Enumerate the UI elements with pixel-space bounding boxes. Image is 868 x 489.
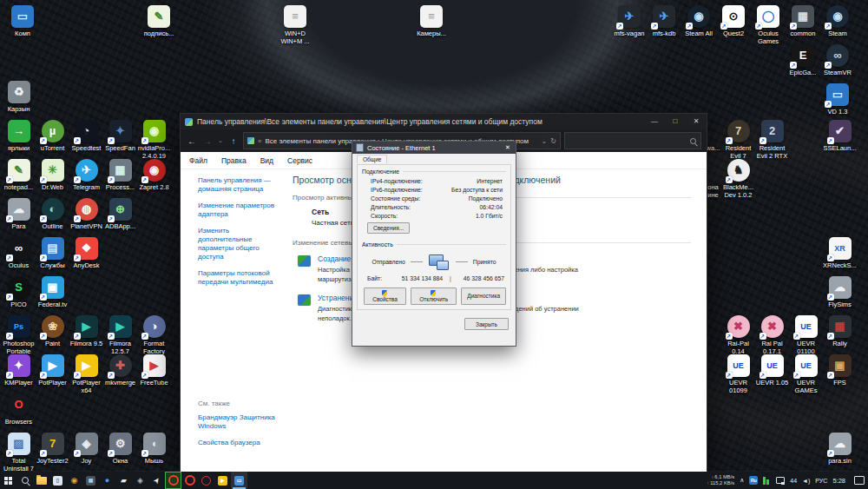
- opera-browser-active[interactable]: [165, 472, 181, 489]
- desktop-icon-службы[interactable]: ▤↗Службы: [36, 237, 69, 269]
- desktop-icon-oculus-games[interactable]: ◯↗Oculus Games: [751, 5, 786, 46]
- desktop-icon-rai-pal-0-14[interactable]: ✖↗Rai-Pal 0.14: [721, 315, 755, 356]
- desktop-icon-комп[interactable]: ▭Комп: [2, 5, 43, 37]
- desktop-icon-steamvr[interactable]: ∞↗SteamVR: [820, 44, 855, 76]
- network-tray-icon[interactable]: [776, 477, 785, 484]
- desktop-icon-rai-pal-0-17-1[interactable]: ✖↗Rai Pal 0.17.1: [755, 315, 789, 356]
- opera-gx[interactable]: [198, 472, 214, 489]
- desktop-icon-xrnecks[interactable]: XR↗XRNeckS...: [823, 237, 857, 269]
- desktop-icon-ярлыки[interactable]: →ярлыки: [2, 120, 36, 152]
- desktop-icon-anydesk[interactable]: ❖↗AnyDesk: [69, 237, 103, 269]
- desktop-icon-notepad[interactable]: ✎↗notepad...: [2, 159, 36, 191]
- desktop-icon-карзын[interactable]: ♻Карзын: [2, 81, 36, 113]
- отключить-button[interactable]: Отключить: [411, 287, 457, 305]
- cursor-tool[interactable]: ➤: [148, 472, 165, 489]
- desktop-icon-rally[interactable]: ▦↗Rally: [823, 315, 857, 347]
- see-also-link-1[interactable]: Брандмауэр Защитника Windows: [198, 413, 284, 431]
- volume-icon[interactable]: ◄): [802, 478, 810, 484]
- desktop-icon-mkvmerge[interactable]: ✚↗mkvmerge: [103, 354, 137, 387]
- monitor-bars-tray-icon[interactable]: [763, 476, 771, 485]
- notes-app[interactable]: ▰: [115, 472, 132, 489]
- lang-switcher-tray-icon[interactable]: Ru: [749, 476, 758, 485]
- desktop-icon-potplayer[interactable]: ▶↗PotPlayer: [36, 354, 69, 387]
- phone-app[interactable]: ▯: [49, 472, 66, 489]
- desktop-icon-freetube[interactable]: ▶↗FreeTube: [137, 354, 171, 387]
- desktop-icon-paint[interactable]: ❀↗Paint: [36, 315, 69, 347]
- search-input[interactable]: [564, 132, 701, 149]
- desktop-icon-utorrent[interactable]: µ↗uTorrent: [36, 120, 69, 152]
- details-button[interactable]: Сведения...: [367, 222, 410, 234]
- temperature-indicator[interactable]: 44: [790, 478, 797, 484]
- desktop-icon-planetvpn[interactable]: ◍↗PlanetVPN: [69, 198, 103, 230]
- свойства-button[interactable]: Свойства: [364, 287, 406, 305]
- notification-center-icon[interactable]: [854, 476, 865, 485]
- sidebar-link-2[interactable]: Изменение параметров адаптера: [198, 202, 284, 219]
- desktop-icon-filmora-12-5-7[interactable]: ▶↗Filmora 12.5.7: [103, 315, 137, 356]
- opera-browser[interactable]: [181, 472, 198, 489]
- clock[interactable]: 5:28: [832, 477, 845, 485]
- browser-sphere[interactable]: ●: [99, 472, 115, 489]
- network-speed-indicator[interactable]: ↓6,1 MB/s ↑115,2 KB/s: [707, 474, 734, 486]
- desktop-icon-kmplayer[interactable]: ✦↗KMPlayer: [2, 354, 36, 387]
- desktop-icon-resident-evil-2-rtx[interactable]: 2↗Resident Evil 2 RTX: [755, 120, 789, 161]
- desktop-icon-joy[interactable]: ◈↗Joy: [69, 433, 103, 465]
- refresh-icon[interactable]: ↻: [550, 137, 556, 145]
- desktop-icon-mfs-vagan[interactable]: ✈↗mfs-vagan: [612, 5, 647, 37]
- back-arrow-icon[interactable]: ←: [186, 136, 198, 146]
- close-dialog-button[interactable]: Закрыть: [464, 318, 509, 330]
- menu-item-view[interactable]: Вид: [260, 156, 273, 165]
- desktop-icon-uevr-1-05[interactable]: UE↗UEVR 1.05: [755, 354, 789, 387]
- desktop-icon-filmora-9-5[interactable]: ▶↗Filmora 9.5: [69, 315, 103, 347]
- desktop-icon-steam[interactable]: ◉↗Steam: [820, 5, 855, 37]
- desktop-icon-подпись[interactable]: ✎подпись...: [138, 5, 180, 37]
- desktop-icon-flysims[interactable]: ☁↗FlySims: [823, 276, 857, 308]
- desktop-icon-мышь[interactable]: ◖↗Мышь: [137, 433, 171, 465]
- up-arrow-icon[interactable]: ↑: [227, 136, 240, 146]
- desktop-icon-telegram[interactable]: ✈↗Telegram: [69, 159, 103, 191]
- desktop-icon-adbapp[interactable]: ⊕↗ADBApp...: [103, 198, 137, 230]
- desktop-icon-outline[interactable]: ◐↗Outline: [36, 198, 69, 230]
- menu-item-file[interactable]: Файл: [189, 156, 207, 165]
- address-dropdown-icon[interactable]: ⌄: [542, 137, 548, 145]
- desktop-icon-epicga[interactable]: E↗EpicGa...: [786, 44, 820, 76]
- game-controller-app[interactable]: ◈: [132, 472, 148, 489]
- see-also-link-2[interactable]: Свойства браузера: [198, 439, 284, 447]
- close-button[interactable]: ✕: [686, 114, 707, 129]
- desktop-icon-speedfan[interactable]: ✦↗SpeedFan: [103, 120, 137, 152]
- desktop-icon-photoshop-portable[interactable]: Ps↗Photoshop Portable: [2, 315, 36, 356]
- desktop-icon-win-d-win-m[interactable]: ≡WiN+D WiN+M ...: [274, 5, 316, 46]
- sidebar-link-1[interactable]: Панель управления — домашняя страница: [198, 176, 284, 194]
- desktop-icon-окна[interactable]: ⚙↗Окна: [103, 433, 137, 465]
- window-titlebar[interactable]: Панель управления\Все элементы панели уп…: [181, 114, 707, 129]
- desktop-icon-total-uninstall-7[interactable]: ▨↗Total Uninstall 7: [2, 433, 36, 473]
- dialog-close-icon[interactable]: ✕: [500, 142, 516, 154]
- диагностика-button[interactable]: Диагностика: [461, 287, 506, 305]
- desktop-icon-uevr-games[interactable]: UE↗UEVR GAMEs: [789, 354, 823, 395]
- keyboard-language-indicator[interactable]: РУС: [815, 478, 827, 484]
- maximize-button[interactable]: □: [665, 114, 686, 129]
- tab-general[interactable]: Общие: [357, 155, 387, 163]
- desktop-icon-speedtest[interactable]: ◔↗Speedtest: [69, 120, 103, 152]
- search-button[interactable]: [16, 472, 33, 489]
- sidebar-link-4[interactable]: Параметры потоковой передачи мультимедиа: [198, 269, 284, 287]
- desktop-icon-quest2[interactable]: ⊙↗Quest2: [716, 5, 751, 37]
- menu-item-tools[interactable]: Сервис: [287, 156, 312, 165]
- desktop-icon-steam-all[interactable]: ◉↗Steam All: [681, 5, 716, 37]
- desktop-icon-para[interactable]: ☁↗Para: [2, 198, 36, 230]
- desktop-icon-process[interactable]: ▦↗Process...: [103, 159, 137, 191]
- desktop-icon-dr-web[interactable]: ✳↗Dr.Web: [36, 159, 69, 191]
- minimize-button[interactable]: —: [644, 114, 665, 129]
- forward-arrow-icon[interactable]: →: [201, 136, 214, 146]
- desktop-icon-potplayer-x64[interactable]: ▶↗PotPlayer x64: [69, 354, 103, 395]
- desktop-icon-browsers[interactable]: OBrowsers: [2, 393, 36, 426]
- breadcrumb-overflow-chevron[interactable]: «: [258, 137, 261, 145]
- desktop-icon-oculus[interactable]: ∞↗Oculus: [2, 237, 36, 269]
- desktop-icon-uevr-01100[interactable]: UE↗UEVR 01100: [789, 315, 823, 356]
- everything-search[interactable]: ◉: [66, 472, 82, 489]
- potplayer-app[interactable]: ▶: [214, 472, 231, 489]
- desktop-icon-pico[interactable]: S↗PICO: [2, 276, 36, 308]
- menu-item-edit[interactable]: Правка: [221, 156, 247, 165]
- desktop-icon-para-sin[interactable]: ☁↗para.sin: [823, 433, 857, 465]
- desktop-icon-камеры[interactable]: ≡Камеры...: [411, 5, 452, 37]
- desktop-icon-zapret-2-8[interactable]: ◉↗Zapret 2.8: [137, 159, 171, 191]
